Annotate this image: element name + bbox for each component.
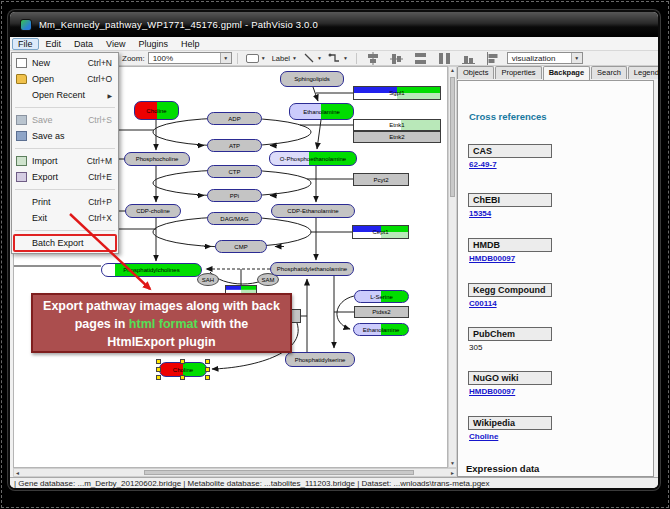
pathway-node-etnk2[interactable]: Etnk2 — [353, 131, 441, 143]
pathway-node-dag-mag[interactable]: DAG/MAG — [207, 212, 262, 225]
align-center-y-icon[interactable] — [390, 52, 403, 65]
pathway-node-phosphocholine[interactable]: Phosphocholine — [124, 152, 190, 166]
xref-section-cas: CAS62-49-7 — [468, 140, 552, 158]
scroll-right-icon[interactable]: ► — [450, 470, 455, 477]
selection-handle[interactable] — [205, 367, 210, 372]
xref-link[interactable]: Choline — [469, 432, 498, 441]
pathway-node-ethanolamine-bottom[interactable]: Ethanolamine — [353, 323, 409, 336]
menu-file[interactable]: File — [12, 38, 39, 50]
pathway-node-cdp-ethanolamine[interactable]: CDP-Ethanolamine — [271, 204, 355, 218]
pathway-node-cept1[interactable]: Cept1 — [352, 225, 409, 239]
distribute-rows-icon[interactable] — [414, 52, 427, 65]
visualization-dropdown-icon[interactable]: ▼ — [571, 53, 582, 63]
chevron-down-icon: ▼ — [292, 55, 297, 61]
tab-legend[interactable]: Legend — [628, 66, 660, 79]
file-menu-item-exit[interactable]: ExitCtrl+X — [12, 210, 118, 226]
selection-handle[interactable] — [205, 359, 210, 364]
menu-view[interactable]: View — [100, 38, 131, 50]
xref-link[interactable]: 15354 — [469, 209, 491, 218]
pathway-node-cdp-choline[interactable]: CDP-choline — [125, 204, 181, 218]
menu-edit[interactable]: Edit — [40, 38, 68, 50]
menu-separator — [15, 103, 115, 108]
xref-header: NuGO wiki — [468, 371, 552, 385]
line-tool-icon — [303, 52, 315, 64]
align-center-x-icon[interactable] — [366, 52, 379, 65]
selection-handle[interactable] — [180, 375, 185, 380]
visualization-combobox[interactable]: visualization ▼ — [507, 52, 583, 64]
sidebar-tabs: ObjectsPropertiesBackpageSearchLegend — [457, 66, 660, 80]
scroll-down-icon[interactable]: ▼ — [450, 460, 455, 467]
pathway-node-ctp[interactable]: CTP — [207, 165, 262, 178]
selection-handle[interactable] — [156, 359, 161, 364]
tab-properties[interactable]: Properties — [495, 66, 541, 79]
scroll-up-icon[interactable]: ▲ — [450, 67, 455, 74]
tab-search[interactable]: Search — [591, 66, 627, 79]
zoom-combobox[interactable]: 100% ▼ — [148, 52, 232, 64]
file-menu-item-save-as[interactable]: Save as — [12, 128, 118, 144]
pathway-node-atp[interactable]: ATP — [207, 139, 262, 152]
pathway-node-adp[interactable]: ADP — [207, 112, 262, 125]
menu-help[interactable]: Help — [175, 38, 206, 50]
pathway-node-sah[interactable]: SAH — [197, 273, 219, 286]
title-bar[interactable]: Mm_Kennedy_pathway_WP1771_45176.gpml - P… — [10, 12, 658, 37]
vertical-scroll-thumb[interactable] — [450, 77, 455, 197]
zoom-value: 100% — [153, 54, 173, 63]
canvas-horizontal-scrollbar[interactable]: ◄ ► — [13, 468, 457, 477]
xref-link[interactable]: HMDB00097 — [469, 387, 515, 396]
pathway-node-ptdss2[interactable]: Ptdss2 — [354, 306, 409, 318]
menu-separator — [15, 144, 115, 149]
horizontal-scroll-thumb[interactable] — [144, 470, 414, 475]
canvas-vertical-scrollbar[interactable]: ▲ ▼ — [448, 66, 457, 468]
chevron-down-icon: ▼ — [261, 55, 266, 61]
pathway-node-ethanolamine-top[interactable]: Ethanolamine — [289, 103, 354, 120]
distribute-columns-icon[interactable] — [438, 52, 451, 65]
zoom-dropdown-icon[interactable]: ▼ — [220, 53, 231, 63]
tab-objects[interactable]: Objects — [457, 66, 494, 79]
chevron-down-icon: ▼ — [343, 55, 348, 61]
pathway-node-etnk1[interactable]: Etnk1 — [353, 119, 441, 131]
file-menu-item-import[interactable]: ImportCtrl+M — [12, 153, 118, 169]
file-menu-item-export[interactable]: ExportCtrl+E — [12, 169, 118, 185]
file-menu-item-print[interactable]: PrintCtrl+P — [12, 194, 118, 210]
file-menu-item-new[interactable]: NewCtrl+N — [12, 55, 118, 71]
xref-link[interactable]: 62-49-7 — [469, 160, 497, 169]
pathway-node-o-phosphoethanolamine[interactable]: O-Phosphoethanolamine — [269, 151, 357, 166]
pathway-node-phosphatidylcholines[interactable]: Phosphatidylcholines — [101, 263, 202, 277]
sidebar: ObjectsPropertiesBackpageSearchLegend Cr… — [457, 66, 656, 477]
selection-handle[interactable] — [156, 375, 161, 380]
pathway-node-pcyt2[interactable]: Pcyt2 — [353, 173, 409, 186]
selection-handle[interactable] — [156, 367, 161, 372]
scroll-left-icon[interactable]: ◄ — [15, 470, 20, 477]
selection-handle[interactable] — [205, 375, 210, 380]
tab-backpage[interactable]: Backpage — [543, 66, 590, 80]
pathvisio-app-icon — [20, 19, 32, 31]
pathway-node-phosphatidylserine[interactable]: Phosphatidylserine — [285, 352, 355, 367]
menu-data[interactable]: Data — [68, 38, 99, 50]
xref-link[interactable]: C00114 — [469, 299, 497, 308]
connector-tool-button[interactable]: ▼ — [327, 52, 349, 65]
datanode-tool-button[interactable]: ▼ — [245, 52, 267, 65]
label-tool-button[interactable]: Label ▼ — [271, 52, 298, 65]
pathway-node-sphingolipids[interactable]: Sphingolipids — [280, 71, 344, 87]
xref-link[interactable]: HMDB00097 — [469, 254, 515, 263]
file-menu-item-open-recent[interactable]: Open Recent▶ — [12, 87, 118, 103]
pathway-node-sgpl1[interactable]: Sgpl1 — [353, 86, 441, 100]
pathway-node-ppi[interactable]: PPi — [207, 189, 262, 202]
pathway-node-cmp[interactable]: CMP — [215, 240, 267, 253]
line-tool-button[interactable]: ▼ — [302, 52, 323, 65]
file-menu-item-batch-export[interactable]: Batch Export — [12, 235, 118, 251]
pathway-node-phosphatidylethanolamine[interactable]: Phosphatidylethanolamine — [270, 262, 354, 276]
pathway-node-l-serine[interactable]: L-Serine — [354, 290, 409, 303]
align-left-icon[interactable] — [486, 52, 499, 65]
callout-line-2: pages in html format with the — [33, 315, 290, 333]
file-menu-item-save[interactable]: SaveCtrl+S — [12, 112, 118, 128]
save-as-icon — [16, 131, 27, 141]
status-bar: | Gene database: ...m_Derby_20120602.bri… — [10, 477, 658, 488]
align-bottom-icon[interactable] — [462, 52, 475, 65]
menu-item-label: Open Recent — [32, 90, 85, 100]
pathway-node-choline-top[interactable]: Choline — [134, 101, 179, 120]
file-menu-item-open[interactable]: OpenCtrl+O — [12, 71, 118, 87]
menu-plugins[interactable]: Plugins — [132, 38, 174, 50]
selection-handle[interactable] — [180, 359, 185, 364]
menu-item-shortcut: Ctrl+E — [88, 172, 112, 182]
